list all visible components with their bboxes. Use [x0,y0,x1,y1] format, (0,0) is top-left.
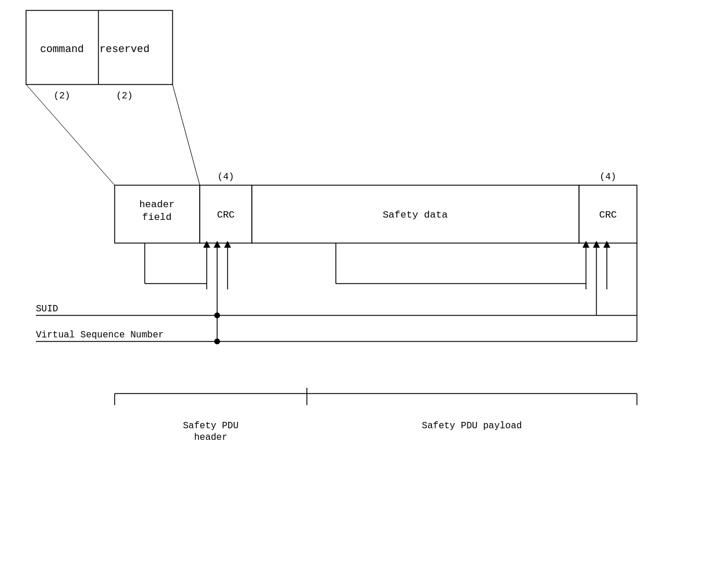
crc1-bits-label: (4) [218,172,235,182]
safety-pdu-header-label2: header [194,432,228,443]
command-label: command [40,43,84,55]
diagram-container: command reserved (2) (2) header field CR… [0,0,718,588]
reserved-label: reserved [100,43,149,55]
reserved-bits-label: (2) [116,91,133,101]
safety-pdu-header-label: Safety PDU [183,421,239,431]
crc1-label: CRC [217,210,235,220]
vsn-label: Virtual Sequence Number [36,330,164,340]
safety-data-label: Safety data [383,210,448,220]
suid-label: SUID [36,304,58,314]
diagram-svg: command reserved (2) (2) header field CR… [0,0,718,588]
command-bits-label: (2) [54,91,71,101]
header-field-label2: field [142,212,171,223]
svg-line-3 [173,84,200,185]
safety-pdu-payload-label: Safety PDU payload [422,421,522,431]
crc2-label: CRC [599,210,617,220]
svg-line-2 [26,84,115,185]
header-field-label: header [139,199,174,210]
crc2-bits-label: (4) [600,172,617,182]
